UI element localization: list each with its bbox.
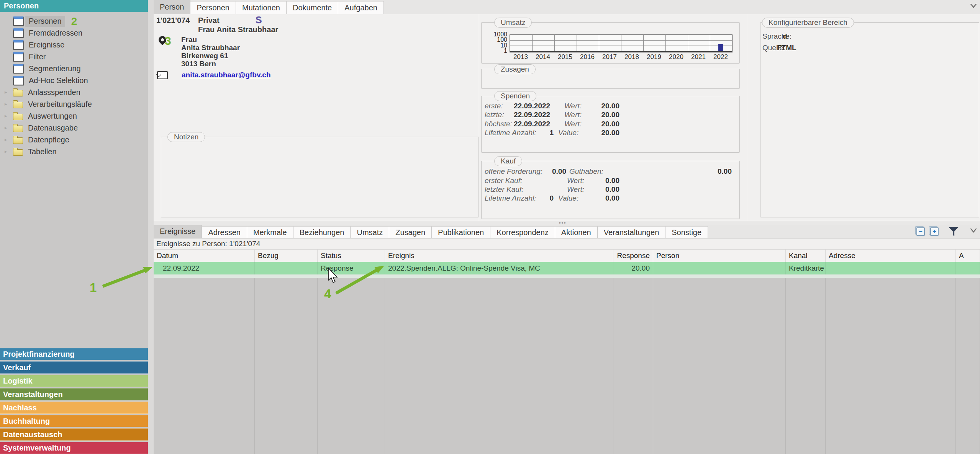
x-tick: 2018 [621,53,643,61]
expander-icon[interactable]: ▸ [5,101,7,107]
window-icon [13,52,24,62]
col-datum[interactable]: Datum [154,250,255,262]
module-projektfinanzierung[interactable]: Projektfinanzierung [0,348,148,360]
col-response[interactable]: Response [613,250,653,262]
module-veranstaltungen[interactable]: Veranstaltungen [0,388,148,400]
module-datenaustausch[interactable]: Datenaustausch [0,428,148,441]
cell-a [956,262,980,274]
tab-ereignisse[interactable]: Ereignisse [154,225,202,238]
collapse-all-icon[interactable]: − [916,227,925,236]
expander-icon[interactable]: ▸ [5,125,7,131]
email-link[interactable]: anita.straubhaar@gfbv.ch [182,71,271,79]
sidebar-item-filter[interactable]: Filter [0,51,148,63]
value-label: Value: [558,194,578,203]
kauf-lifetime-value: 0.00 [581,194,619,203]
sidebar-splitter[interactable] [148,0,154,454]
x-tick: 2016 [576,53,598,61]
tab-mutationen[interactable]: Mutationen [236,1,287,14]
filter-icon[interactable] [949,227,959,236]
tab-zusagen[interactable]: Zusagen [389,226,432,238]
sidebar-item-verarbeitungslaeufe[interactable]: ▸ Verarbeitungsläufe [0,98,148,110]
sidebar-item-tabellen[interactable]: ▸ Tabellen [0,146,148,158]
spenden-hoechste-datum: 22.09.2022 [514,120,550,128]
address-line: 3013 Bern [181,60,240,68]
application-window: Personen Personen 2 Fremdadressen Ereign… [0,0,980,454]
col-ereignis[interactable]: Ereignis [385,250,613,262]
expander-icon[interactable]: ▸ [5,89,7,95]
tab-publikationen[interactable]: Publikationen [432,226,490,238]
sidebar-item-auswertungen[interactable]: ▸ Auswertungen [0,110,148,122]
spenden-label: Spenden [494,91,536,101]
kauf-guthaben-wert: 0.00 [693,167,732,176]
module-logistik[interactable]: Logistik [0,375,148,387]
tab-veranstaltungen[interactable]: Veranstaltungen [598,226,666,238]
main-content: Person Personen Mutationen Dokumente Auf… [154,0,980,454]
sidebar-item-datenausgabe[interactable]: ▸ Datenausgabe [0,122,148,134]
sidebar-item-anlassspenden[interactable]: ▸ Anlassspenden [0,87,148,98]
chevron-down-icon[interactable] [970,229,977,233]
spenden-row-hoechste: höchste: [485,120,512,128]
address-line: Frau [181,36,240,44]
window-icon [13,28,24,38]
tab-dokumente[interactable]: Dokumente [287,1,338,14]
folder-icon [13,126,23,132]
chevron-down-icon[interactable] [970,4,977,8]
col-status[interactable]: Status [318,250,385,262]
sidebar-item-personen[interactable]: Personen 2 [0,15,148,27]
tab-person[interactable]: Person [154,0,190,14]
sidebar-item-datenpflege[interactable]: ▸ Datenpflege [0,134,148,146]
tab-merkmale[interactable]: Merkmale [247,226,293,238]
table-row[interactable]: 22.09.2022 Response 2022.Spenden.ALLG: O… [154,262,980,274]
expander-icon[interactable]: ▸ [5,137,7,142]
module-buchhaltung[interactable]: Buchhaltung [0,415,148,427]
person-address: Frau Anita Straubhaar Birkenweg 61 3013 … [181,36,240,68]
tab-beziehungen[interactable]: Beziehungen [293,226,351,238]
kauf-letzter-wert: 0.00 [581,185,619,194]
col-bezug[interactable]: Bezug [255,250,318,262]
kauf-erster-wert: 0.00 [581,176,619,185]
cell-kanal: Kreditkarte [786,262,826,274]
cell-response: 20.00 [613,262,653,274]
folder-icon [13,102,23,108]
x-tick: 2020 [665,53,687,61]
tab-aufgaben[interactable]: Aufgaben [338,1,384,14]
module-systemverwaltung[interactable]: Systemverwaltung [0,442,148,454]
cell-adresse [826,262,956,274]
module-nachlass[interactable]: Nachlass [0,402,148,414]
sidebar-item-label: Anlassspenden [28,88,80,97]
konfig-label: Konfigurierbarer Bereich [762,18,854,28]
tab-aktionen[interactable]: Aktionen [555,226,598,238]
tab-personen[interactable]: Personen [190,1,236,14]
value-label: Value: [558,129,578,137]
kauf-guthaben-label: Guthaben: [569,167,603,176]
expander-icon[interactable]: ▸ [5,149,7,154]
col-kanal[interactable]: Kanal [786,250,826,262]
x-tick: 2013 [510,53,532,61]
col-a[interactable]: A [956,250,980,262]
person-category: Privat [198,16,220,25]
window-icon [13,16,24,26]
sidebar-item-label: Datenausgabe [28,124,78,132]
sidebar-item-ereignisse[interactable]: Ereignisse [0,39,148,51]
panel-divider [479,14,479,221]
expander-icon[interactable]: ▸ [5,113,7,119]
tab-umsatz[interactable]: Umsatz [351,226,389,238]
col-adresse[interactable]: Adresse [826,250,956,262]
notizen-box[interactable] [161,137,479,217]
tab-korrespondenz[interactable]: Korrespondenz [490,226,555,238]
folder-icon [13,137,23,144]
annotation-number-4: 4 [324,287,331,301]
sidebar-item-label: Personen [25,16,65,27]
col-person[interactable]: Person [653,250,786,262]
tab-adressen[interactable]: Adressen [202,226,247,238]
sidebar-item-label: Tabellen [28,147,57,156]
sidebar-item-adhoc-selektion[interactable]: Ad-Hoc Selektion [0,75,148,87]
sidebar-item-segmentierung[interactable]: Segmentierung [0,63,148,75]
top-tabbar: Person Personen Mutationen Dokumente Auf… [154,0,980,15]
tab-sonstige[interactable]: Sonstige [665,226,708,238]
sidebar-item-fremdadressen[interactable]: Fremdadressen [0,27,148,39]
x-tick: 2021 [687,53,710,61]
annotation-number-3: 3 [165,34,171,47]
expand-all-icon[interactable]: + [930,227,939,236]
module-verkauf[interactable]: Verkauf [0,361,148,374]
